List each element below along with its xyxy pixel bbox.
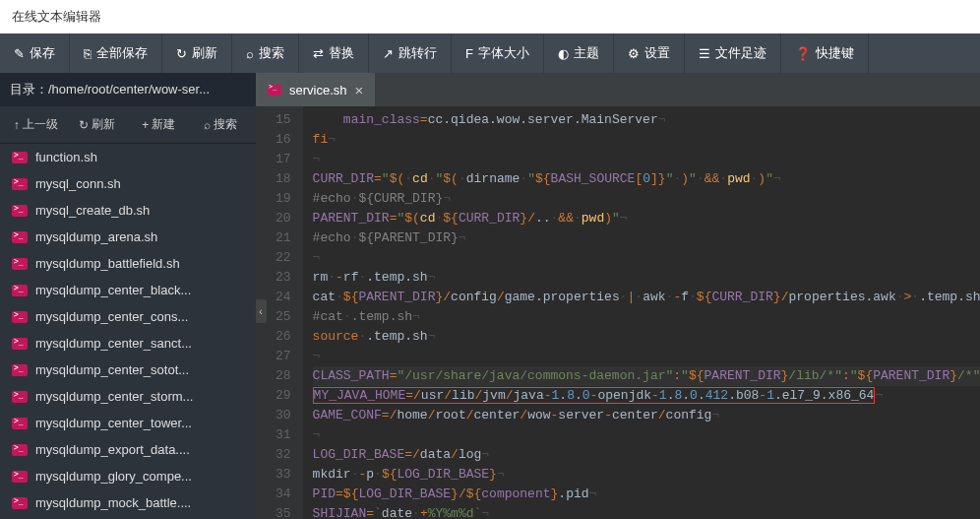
font-size-button[interactable]: F字体大小 [452, 33, 544, 73]
refresh-button[interactable]: ↻刷新 [162, 33, 232, 73]
line-number: 30 [276, 406, 291, 425]
code-line[interactable]: source·.temp.sh¬ [313, 327, 980, 347]
file-item[interactable]: mysqldump_battlefield.sh [0, 250, 256, 277]
shell-file-icon [12, 497, 28, 509]
code-line[interactable]: #echo·${CURR_DIR}¬ [313, 189, 980, 209]
file-item[interactable]: mysqldump_center_cons... [0, 303, 256, 330]
theme-button[interactable]: ◐主题 [544, 33, 614, 73]
file-item[interactable]: mysqldump_center_storm... [0, 383, 256, 410]
jump-label: 跳转行 [398, 44, 437, 62]
line-number: 34 [276, 485, 291, 504]
shell-file-icon [12, 444, 28, 456]
line-number: 18 [276, 169, 291, 189]
footprint-button[interactable]: ☰文件足迹 [685, 33, 781, 73]
file-item[interactable]: mysqldump_center_sotot... [0, 357, 256, 383]
code-line[interactable]: CURR_DIR="$(·cd·"$(·dirname·"${BASH_SOUR… [313, 169, 980, 189]
file-list[interactable]: function.shmysql_conn.shmysql_create_db.… [0, 144, 256, 519]
shell-file-icon [12, 418, 28, 429]
code-line[interactable]: CLASS_PATH="/usr/share/java/commons-daem… [313, 366, 980, 386]
file-item[interactable]: mysqldump_mock_battle.... [0, 489, 256, 516]
sidebar-collapse-handle[interactable]: ‹ [256, 299, 267, 323]
sidebar-dir[interactable]: 目录：/home/root/center/wow-ser... [0, 73, 256, 106]
close-icon[interactable]: × [355, 82, 364, 98]
line-number: 35 [276, 504, 291, 519]
replace-button[interactable]: ⇄替换 [299, 33, 369, 73]
search-label: 搜索 [259, 44, 284, 62]
code-line[interactable]: ¬ [313, 347, 980, 366]
file-item[interactable]: mysql_create_db.sh [0, 197, 256, 224]
shell-file-icon [12, 471, 28, 483]
line-number: 32 [276, 445, 291, 465]
file-name: mysqldump_center_sotot... [35, 362, 189, 377]
sidebar-refresh-button[interactable]: ↻刷新 [68, 110, 128, 139]
file-name: mysqldump_center_storm... [35, 389, 193, 404]
up-icon: ↑ [14, 118, 20, 132]
code-line[interactable]: mkdir·-p·${LOG_DIR_BASE}¬ [313, 465, 980, 485]
code-line[interactable]: ¬ [313, 248, 980, 268]
code-line[interactable]: fi¬ [313, 130, 980, 150]
line-number: 29 [276, 386, 291, 406]
up-button[interactable]: ↑上一级 [6, 110, 66, 139]
replace-icon: ⇄ [313, 46, 324, 61]
file-name: mysqldump_glory_compe... [35, 469, 192, 484]
app-title: 在线文本编辑器 [12, 9, 101, 24]
file-item[interactable]: mysqldump_arena.sh [0, 224, 256, 250]
search-icon: ⌕ [204, 118, 211, 132]
plus-icon: + [142, 118, 149, 132]
line-number: 27 [276, 347, 291, 366]
code-line[interactable]: main_class=cc.qidea.wow.server.MainServe… [313, 110, 980, 130]
code-line[interactable]: #echo·${PARENT_DIR}¬ [313, 228, 980, 248]
line-number: 28 [276, 366, 291, 386]
shell-file-icon [12, 205, 28, 217]
shell-file-icon [12, 364, 28, 376]
line-number: 19 [276, 189, 291, 209]
font-label: 字体大小 [478, 44, 529, 62]
line-number: 20 [276, 209, 291, 228]
file-item[interactable]: mysqldump_center_tower... [0, 410, 256, 436]
code-line[interactable]: rm·-rf·.temp.sh¬ [313, 268, 980, 288]
settings-button[interactable]: ⚙设置 [614, 33, 685, 73]
new-button[interactable]: +新建 [129, 110, 189, 139]
tab-bar: service.sh × [256, 73, 980, 106]
code-line[interactable]: cat·${PARENT_DIR}/config/game.properties… [313, 288, 980, 307]
file-item[interactable]: function.sh [0, 144, 256, 170]
sidebar-search-button[interactable]: ⌕搜索 [191, 110, 251, 139]
file-item[interactable]: mysqldump_center_sanct... [0, 330, 256, 357]
save-all-button[interactable]: ⎘全部保存 [70, 33, 162, 73]
code-line[interactable]: PARENT_DIR="$(cd·${CURR_DIR}/..·&&·pwd)"… [313, 209, 980, 228]
line-number: 15 [276, 110, 291, 130]
refresh-label: 刷新 [192, 44, 217, 62]
file-item[interactable]: mysql_conn.sh [0, 170, 256, 197]
code-line[interactable]: SHIJIAN=`date·+%Y%m%d`¬ [313, 504, 980, 519]
code-line[interactable]: MY_JAVA_HOME=/usr/lib/jvm/java-1.8.0-ope… [313, 386, 980, 406]
code-line[interactable]: GAME_CONF=/home/root/center/wow-server-c… [313, 406, 980, 425]
file-item[interactable]: mysqldump_center_black... [0, 277, 256, 303]
tab-service[interactable]: service.sh × [256, 73, 375, 106]
dir-path: /home/root/center/wow-ser... [48, 82, 210, 97]
line-number: 22 [276, 248, 291, 268]
code-line[interactable]: #cat·.temp.sh¬ [313, 307, 980, 327]
editor: ‹ service.sh × 1516171819202122232425262… [256, 73, 980, 519]
code-line[interactable]: LOG_DIR_BASE=/data/log¬ [313, 445, 980, 465]
shell-file-icon [12, 178, 28, 190]
shell-file-icon [12, 391, 28, 403]
code-line[interactable]: ¬ [313, 150, 980, 169]
sidebar: 目录：/home/root/center/wow-ser... ↑上一级 ↻刷新… [0, 73, 256, 519]
help-icon: ❓ [795, 46, 811, 61]
file-name: mysqldump_battlefield.sh [35, 256, 180, 271]
code-line[interactable]: PID=${LOG_DIR_BASE}/${component}.pid¬ [313, 485, 980, 504]
file-name: mysqldump_arena.sh [35, 229, 157, 244]
file-name: mysqldump_export_data.... [35, 442, 190, 457]
code-content[interactable]: main_class=cc.qidea.wow.server.MainServe… [303, 106, 980, 519]
file-name: function.sh [35, 150, 97, 164]
line-number: 33 [276, 465, 291, 485]
code-area[interactable]: 1516171819202122232425262728293031323334… [256, 106, 980, 519]
search-button[interactable]: ⌕搜索 [232, 33, 299, 73]
file-item[interactable]: mysqldump_export_data.... [0, 436, 256, 463]
shortcuts-button[interactable]: ❓快捷键 [781, 33, 869, 73]
file-item[interactable]: mysqldump_glory_compe... [0, 463, 256, 489]
code-line[interactable]: ¬ [313, 425, 980, 445]
jump-button[interactable]: ↗跳转行 [369, 33, 452, 73]
shell-file-icon [12, 338, 28, 350]
save-button[interactable]: ✎保存 [0, 33, 70, 73]
